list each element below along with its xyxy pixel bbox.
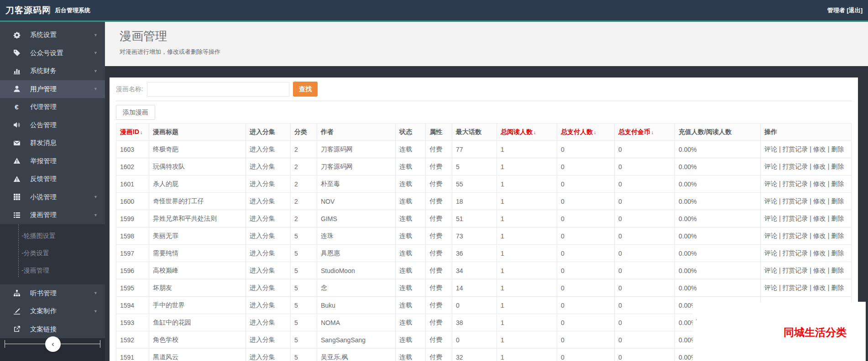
sidebar-item-11[interactable]: 漫画管理▼ xyxy=(0,206,105,224)
logout-link[interactable]: [退出] xyxy=(847,7,863,14)
sidebar-item-label: 举报管理 xyxy=(30,157,57,165)
action-link-2[interactable]: 打赏记录 xyxy=(782,163,808,170)
sidebar-item-4[interactable]: 用户管理▼ xyxy=(0,80,105,98)
action-link-2[interactable]: 打赏记录 xyxy=(782,180,808,187)
action-link-4[interactable]: 删除 xyxy=(831,215,844,222)
action-link-4[interactable]: 删除 xyxy=(831,232,844,239)
enter-cell[interactable]: 进入分集 xyxy=(246,227,291,245)
title-cell: 坏朋友 xyxy=(149,279,246,297)
sidebar-item-6[interactable]: 公告管理 xyxy=(0,116,105,134)
sidebar-item-2[interactable]: 公众号设置▼ xyxy=(0,44,105,62)
action-link-2[interactable]: 打赏记录 xyxy=(782,145,808,153)
search-button[interactable]: 查找 xyxy=(293,82,318,97)
title-cell: 奇怪世界的打工仔 xyxy=(149,193,246,210)
action-link-1[interactable]: 评论 xyxy=(764,197,777,205)
max-cell: 36 xyxy=(452,245,497,262)
status-cell: 连载 xyxy=(396,175,426,193)
enter-cell[interactable]: 进入分集 xyxy=(246,262,291,279)
action-link-2[interactable]: 打赏记录 xyxy=(782,197,808,205)
action-link-2[interactable]: 打赏记录 xyxy=(782,232,808,239)
id-cell: 1594 xyxy=(116,297,149,314)
sidebar-item-9[interactable]: 反馈管理 xyxy=(0,170,105,188)
action-link-3[interactable]: 修改 xyxy=(813,267,826,274)
sidebar-subitem-1[interactable]: -轮播图设置 xyxy=(0,227,105,244)
action-link-2[interactable]: 打赏记录 xyxy=(782,267,808,274)
action-link-3[interactable]: 修改 xyxy=(813,197,826,205)
action-link-1[interactable]: 评论 xyxy=(764,249,777,257)
column-header: 进入分集 xyxy=(246,124,291,141)
sidebar-item-label: 公告管理 xyxy=(30,121,57,129)
attr-cell: 付费 xyxy=(426,245,452,262)
sidebar-item-12[interactable]: 听书管理▼ xyxy=(0,284,105,303)
enter-cell[interactable]: 进入分集 xyxy=(246,245,291,262)
enter-cell[interactable]: 进入分集 xyxy=(246,331,291,349)
enter-cell[interactable]: 进入分集 xyxy=(246,314,291,331)
action-link-1[interactable]: 评论 xyxy=(764,267,777,274)
action-link-1[interactable]: 评论 xyxy=(764,180,777,187)
sidebar-item-13[interactable]: 文案制作▼ xyxy=(0,302,105,320)
action-link-3[interactable]: 修改 xyxy=(813,163,826,170)
max-cell: 73 xyxy=(452,227,497,245)
readers-cell: 1 xyxy=(497,141,557,158)
sidebar-item-1[interactable]: 系统设置▼ xyxy=(0,26,105,44)
category-cell: 5 xyxy=(291,245,317,262)
action-link-1[interactable]: 评论 xyxy=(764,145,777,153)
actions-cell: 评论 | 打赏记录 | 修改 | 删除 xyxy=(761,158,852,175)
enter-cell[interactable]: 进入分集 xyxy=(246,297,291,314)
column-header[interactable]: 总支付金币↓ xyxy=(615,124,675,141)
enter-cell[interactable]: 进入分集 xyxy=(246,210,291,227)
action-link-3[interactable]: 修改 xyxy=(813,145,826,153)
enter-cell[interactable]: 进入分集 xyxy=(246,349,291,361)
action-link-4[interactable]: 删除 xyxy=(831,267,844,274)
id-cell: 1599 xyxy=(116,210,149,227)
category-cell: 5 xyxy=(291,279,317,297)
enter-cell[interactable]: 进入分集 xyxy=(246,141,291,158)
action-link-4[interactable]: 删除 xyxy=(831,284,844,291)
sidebar-slider-handle[interactable]: ‹ xyxy=(45,336,61,352)
action-link-4[interactable]: 删除 xyxy=(831,249,844,257)
column-header: 状态 xyxy=(396,124,426,141)
sidebar-item-7[interactable]: 群发消息 xyxy=(0,134,105,152)
enter-cell[interactable]: 进入分集 xyxy=(246,279,291,297)
action-link-4[interactable]: 删除 xyxy=(831,163,844,170)
payers-cell: 0 xyxy=(557,141,615,158)
category-cell: 2 xyxy=(291,193,317,210)
action-link-1[interactable]: 评论 xyxy=(764,163,777,170)
action-link-1[interactable]: 评论 xyxy=(764,215,777,222)
action-link-4[interactable]: 删除 xyxy=(831,180,844,187)
sidebar-item-14[interactable]: 文案链接 xyxy=(0,320,105,339)
chevron-down-icon: ▼ xyxy=(94,33,98,37)
action-link-1[interactable]: 评论 xyxy=(764,232,777,239)
action-link-3[interactable]: 修改 xyxy=(813,232,826,239)
enter-cell[interactable]: 进入分集 xyxy=(246,158,291,175)
column-header[interactable]: 总阅读人数↓ xyxy=(497,124,557,141)
column-header[interactable]: 漫画ID↓ xyxy=(116,124,149,141)
column-header[interactable]: 总支付人数↓ xyxy=(557,124,615,141)
sidebar-item-3[interactable]: 系统财务▼ xyxy=(0,62,105,80)
warning-icon xyxy=(13,175,21,183)
action-link-3[interactable]: 修改 xyxy=(813,215,826,222)
sort-arrow-icon: ↓ xyxy=(140,129,143,135)
sidebar-item-5[interactable]: €代理管理 xyxy=(0,98,105,116)
sidebar-item-8[interactable]: 举报管理 xyxy=(0,152,105,170)
max-cell: 55 xyxy=(452,175,497,193)
enter-cell[interactable]: 进入分集 xyxy=(246,193,291,210)
action-link-3[interactable]: 修改 xyxy=(813,284,826,291)
enter-cell[interactable]: 进入分集 xyxy=(246,175,291,193)
action-link-3[interactable]: 修改 xyxy=(813,180,826,187)
action-link-1[interactable]: 评论 xyxy=(764,284,777,291)
action-link-4[interactable]: 删除 xyxy=(831,145,844,153)
action-link-2[interactable]: 打赏记录 xyxy=(782,215,808,222)
action-link-4[interactable]: 删除 xyxy=(831,197,844,205)
action-link-2[interactable]: 打赏记录 xyxy=(782,249,808,257)
comic-name-input[interactable] xyxy=(147,82,289,97)
sidebar-subitem-2[interactable]: -分类设置 xyxy=(0,244,105,262)
sidebar-item-10[interactable]: 小说管理▼ xyxy=(0,188,105,206)
id-cell: 1601 xyxy=(116,175,149,193)
action-link-2[interactable]: 打赏记录 xyxy=(782,284,808,291)
add-comic-button[interactable]: 添加漫画 xyxy=(116,105,155,120)
payers-cell: 0 xyxy=(557,175,615,193)
sidebar-subitem-3[interactable]: -漫画管理 xyxy=(0,262,105,279)
action-link-3[interactable]: 修改 xyxy=(813,249,826,257)
category-cell: 5 xyxy=(291,349,317,361)
